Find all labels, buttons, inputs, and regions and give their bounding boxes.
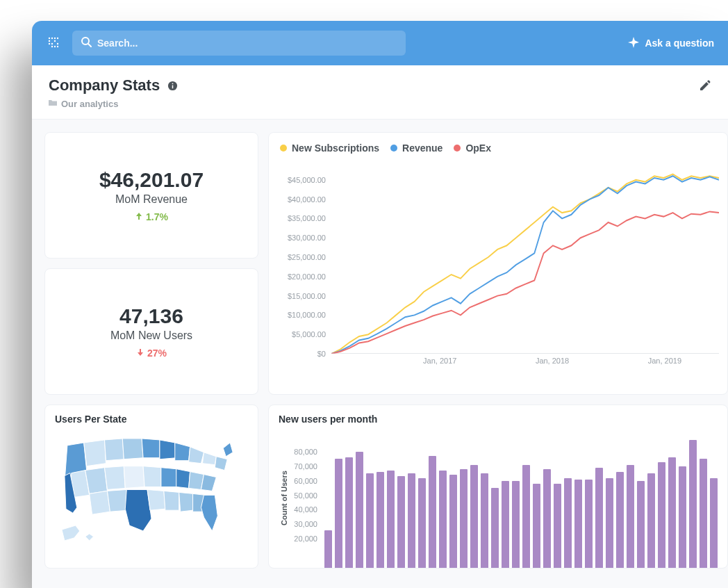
bar[interactable] [335, 459, 342, 568]
bar[interactable] [449, 475, 457, 568]
bar[interactable] [658, 462, 665, 568]
bar[interactable] [616, 472, 624, 568]
bar[interactable] [491, 488, 499, 568]
kpi-users-label: MoM New Users [110, 329, 192, 342]
bar[interactable] [564, 478, 572, 569]
bar[interactable] [439, 471, 447, 568]
bar[interactable] [512, 481, 520, 568]
legend-label: Revenue [402, 142, 442, 154]
line-chart-legend: New Subscriptions Revenue OpEx [280, 142, 719, 154]
kpi-revenue-label: MoM Revenue [115, 193, 188, 206]
svg-point-0 [49, 38, 50, 39]
bar[interactable] [408, 473, 415, 568]
svg-point-6 [49, 43, 50, 44]
svg-point-5 [54, 40, 56, 42]
kpi-users-card[interactable]: 47,136 MoM New Users 27% [44, 268, 258, 395]
bar[interactable] [710, 478, 718, 569]
bar[interactable] [502, 481, 509, 568]
line-chart-card[interactable]: New Subscriptions Revenue OpEx $0$5,000.… [268, 132, 728, 395]
breadcrumb[interactable]: Our analytics [49, 99, 699, 109]
info-icon[interactable] [167, 80, 178, 91]
kpi-users-change: 27% [136, 348, 167, 359]
bar[interactable] [679, 466, 686, 568]
kpi-users-change-value: 27% [147, 348, 167, 359]
legend-item[interactable]: Revenue [390, 142, 442, 154]
svg-point-9 [51, 46, 53, 47]
svg-rect-15 [172, 85, 173, 88]
bar[interactable] [595, 468, 603, 568]
bar[interactable] [429, 456, 436, 568]
breadcrumb-text: Our analytics [61, 99, 118, 109]
legend-item[interactable]: OpEx [454, 142, 491, 154]
legend-label: OpEx [465, 142, 491, 154]
arrow-up-icon [135, 211, 146, 222]
kpi-revenue-value: $46,201.07 [99, 168, 204, 192]
bar[interactable] [637, 481, 645, 568]
pencil-icon[interactable] [699, 79, 711, 92]
bar[interactable] [366, 473, 374, 568]
plus-sparkle-icon [628, 37, 645, 50]
new-users-bar-card[interactable]: New users per month Count of Users 20,00… [268, 405, 728, 569]
us-map [55, 433, 248, 550]
kpi-revenue-change-value: 1.7% [146, 211, 168, 222]
bar[interactable] [606, 478, 613, 569]
page-title: Company Stats [49, 76, 699, 95]
kpi-users-value: 47,136 [119, 304, 183, 328]
bar[interactable] [324, 530, 332, 568]
users-per-state-card[interactable]: Users Per State [44, 405, 258, 569]
search-icon [81, 36, 92, 50]
bar-y-axis-label: Count of Users [279, 429, 290, 568]
bar[interactable] [574, 480, 582, 568]
svg-point-2 [54, 38, 56, 39]
card-title: Users Per State [55, 414, 248, 425]
line-chart: $0$5,000.00$10,000.00$15,000.00$20,000.0… [277, 161, 719, 369]
ask-question-button[interactable]: Ask a question [628, 37, 714, 50]
svg-point-7 [51, 43, 53, 44]
svg-point-8 [57, 43, 58, 44]
page-title-text: Company Stats [49, 76, 160, 95]
svg-line-13 [88, 44, 91, 47]
bar[interactable] [700, 459, 707, 568]
bar[interactable] [377, 472, 384, 568]
bar[interactable] [585, 480, 593, 568]
bar[interactable] [470, 465, 478, 568]
ask-question-label: Ask a question [645, 38, 714, 49]
legend-dot-icon [280, 145, 287, 152]
svg-point-4 [49, 40, 50, 42]
bar[interactable] [356, 452, 363, 568]
bar[interactable] [387, 471, 395, 568]
bar[interactable] [460, 469, 468, 568]
bar[interactable] [418, 478, 426, 569]
bar[interactable] [481, 473, 488, 568]
kpi-revenue-change: 1.7% [135, 211, 168, 222]
kpi-revenue-card[interactable]: $46,201.07 MoM Revenue 1.7% [44, 132, 258, 259]
page-header: Company Stats Our analytics [32, 65, 728, 120]
legend-label: New Subscriptions [292, 142, 379, 154]
bar[interactable] [647, 473, 655, 568]
logo-icon[interactable] [46, 35, 63, 51]
card-title: New users per month [279, 414, 718, 425]
bar[interactable] [554, 484, 561, 568]
bar[interactable] [627, 465, 634, 568]
svg-point-16 [172, 83, 173, 84]
bar[interactable] [522, 465, 530, 568]
bar[interactable] [397, 476, 405, 568]
bar[interactable] [345, 457, 353, 568]
arrow-down-icon [136, 348, 147, 359]
bar[interactable] [689, 440, 697, 568]
svg-point-11 [57, 46, 58, 47]
topbar: Ask a question [32, 21, 728, 65]
search-input[interactable] [97, 38, 397, 49]
legend-item[interactable]: New Subscriptions [280, 142, 379, 154]
legend-dot-icon [454, 145, 461, 152]
bar[interactable] [543, 469, 551, 568]
search-input-container[interactable] [72, 31, 406, 56]
svg-point-1 [51, 38, 53, 39]
legend-dot-icon [390, 145, 397, 152]
bar[interactable] [668, 457, 676, 568]
svg-point-3 [57, 38, 58, 39]
folder-icon [49, 99, 61, 109]
bar[interactable] [533, 484, 540, 568]
bar-chart: Count of Users 20,00030,00040,00050,0006… [279, 429, 718, 568]
svg-point-10 [54, 46, 56, 47]
